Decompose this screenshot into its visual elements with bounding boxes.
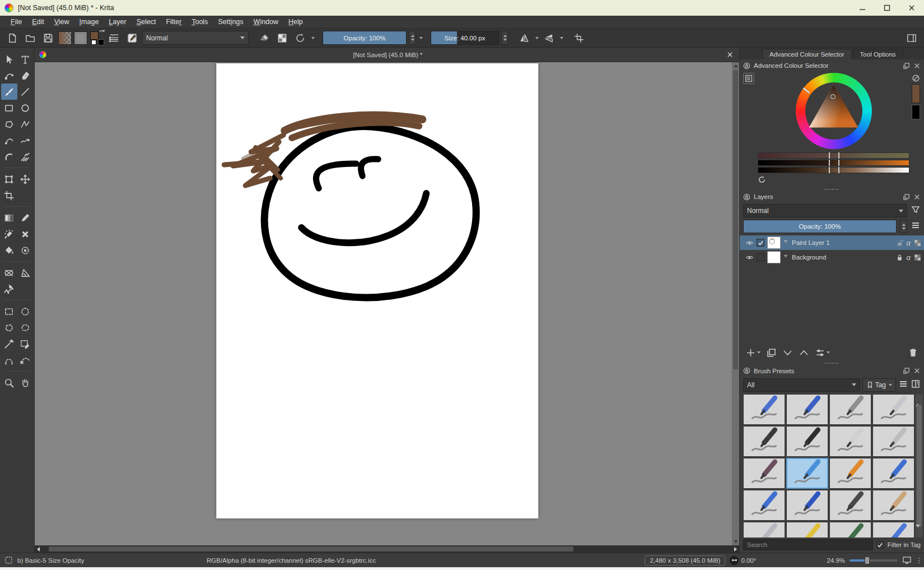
brush-preset-tile-selected[interactable]	[786, 458, 828, 489]
brush-preset-tile[interactable]	[743, 394, 785, 425]
tool-reference-images[interactable]	[1, 281, 17, 297]
preset-scrollbar[interactable]	[916, 394, 923, 537]
close-docker-icon[interactable]	[913, 367, 921, 374]
hue-strip[interactable]	[758, 152, 909, 159]
close-docker-icon[interactable]	[913, 62, 921, 69]
close-docker-icon[interactable]	[913, 193, 921, 201]
menu-select[interactable]: Select	[132, 16, 161, 27]
tool-smart-patch[interactable]	[17, 226, 34, 242]
alpha-locked-icon[interactable]: α	[907, 253, 911, 262]
colorspace-info[interactable]: RGB/Alpha (8-bit integer/channel) sRGB-e…	[207, 557, 376, 564]
tool-freehand-brush[interactable]	[1, 84, 17, 100]
dock-tab-tool-options[interactable]: Tool Options	[853, 49, 903, 59]
preserve-alpha-button[interactable]	[274, 30, 290, 46]
no-color-icon[interactable]	[912, 74, 920, 82]
menu-help[interactable]: Help	[283, 16, 308, 27]
move-layer-down-button[interactable]	[782, 347, 793, 358]
menu-layer[interactable]: Layer	[104, 16, 131, 27]
tool-fill[interactable]	[1, 242, 17, 258]
size-spinner[interactable]	[501, 31, 508, 45]
scroll-down-icon[interactable]	[732, 538, 739, 545]
tool-zoom[interactable]	[1, 374, 17, 391]
menu-window[interactable]: Window	[249, 16, 283, 27]
layer-row[interactable]: Paint Layer 1α	[740, 235, 924, 250]
fit-to-screen-icon[interactable]	[902, 556, 912, 564]
close-button[interactable]	[899, 0, 924, 16]
duplicate-layer-button[interactable]	[766, 347, 777, 358]
brush-preset-tile[interactable]	[829, 522, 871, 537]
brush-preset-tile[interactable]	[786, 522, 828, 537]
menu-filter[interactable]: Filter	[161, 16, 186, 27]
docker-lock-icon[interactable]	[743, 62, 750, 69]
alpha-locked-icon[interactable]: α	[907, 239, 911, 247]
reload-preset-button[interactable]	[292, 30, 308, 46]
tag-button[interactable]: Tag	[862, 378, 896, 392]
brush-preset-tile[interactable]	[872, 490, 914, 521]
tool-freehand-select[interactable]	[17, 319, 34, 336]
tool-magnetic-select[interactable]	[1, 352, 17, 368]
tool-ellipse-select[interactable]	[17, 303, 34, 319]
selection-display-icon[interactable]	[4, 556, 13, 564]
brush-preset-tile[interactable]	[786, 490, 828, 521]
maximize-button[interactable]	[875, 0, 899, 16]
brush-preset-tile[interactable]	[743, 522, 785, 537]
menu-file[interactable]: File	[6, 16, 27, 27]
brush-preset-tile[interactable]	[872, 426, 914, 457]
menu-edit[interactable]: Edit	[27, 16, 49, 27]
menu-view[interactable]: View	[49, 16, 74, 27]
tool-pan[interactable]	[17, 374, 34, 391]
foreground-background-colors[interactable]	[90, 31, 104, 45]
tool-edit-shapes[interactable]	[1, 67, 17, 84]
float-docker-icon[interactable]	[903, 62, 910, 69]
add-layer-button[interactable]	[745, 347, 760, 358]
current-foreground-swatch[interactable]	[912, 84, 920, 103]
tool-rect-select[interactable]	[1, 303, 17, 319]
foreground-color-swatch[interactable]	[90, 31, 99, 40]
resize-grip[interactable]	[918, 558, 920, 563]
vertical-scroll-thumb[interactable]	[733, 70, 738, 369]
layer-opacity-spinner[interactable]	[900, 220, 907, 233]
alpha-inherit-icon[interactable]	[913, 253, 922, 262]
menu-tools[interactable]: Tools	[186, 16, 213, 27]
eraser-mode-button[interactable]	[256, 30, 272, 46]
tool-coloring-brush[interactable]	[1, 226, 17, 242]
scroll-right-icon[interactable]	[732, 547, 739, 552]
horizontal-scroll-thumb[interactable]	[49, 546, 573, 552]
preset-search-input[interactable]	[743, 539, 873, 550]
open-document-button[interactable]	[22, 30, 38, 46]
zoom-slider-handle[interactable]	[865, 557, 870, 564]
chevron-down-icon[interactable]	[535, 37, 539, 39]
choose-workspace-button[interactable]	[904, 30, 920, 46]
layer-options-button[interactable]	[815, 347, 830, 358]
tool-bezier-select[interactable]	[17, 352, 34, 368]
minimize-button[interactable]	[850, 0, 875, 16]
tool-polygon-select[interactable]	[1, 319, 17, 336]
canvas-horizontal-scrollbar[interactable]	[35, 545, 739, 553]
background-color-swatch[interactable]	[91, 40, 96, 45]
menu-settings[interactable]: Settings	[213, 16, 248, 27]
brush-preset-tile[interactable]	[743, 458, 785, 489]
dock-tab-advanced-colour-selector[interactable]: Advanced Colour Selector	[762, 49, 852, 59]
tool-measure[interactable]	[17, 265, 34, 281]
tool-dynamic-brush[interactable]	[1, 149, 17, 165]
brush-preset-tile[interactable]	[829, 458, 871, 489]
tool-color-sampler[interactable]	[17, 210, 34, 226]
save-button[interactable]	[40, 30, 56, 46]
brush-preset-tile[interactable]	[872, 394, 914, 425]
tool-select-by-color[interactable]	[17, 336, 34, 352]
new-document-button[interactable]	[4, 30, 20, 46]
layer-thumbnail[interactable]	[767, 251, 781, 263]
tool-select-shapes[interactable]	[1, 51, 17, 67]
brush-preset-tile[interactable]	[829, 394, 871, 425]
close-document-icon[interactable]	[725, 50, 735, 60]
layer-opacity-slider[interactable]: Opacity: 100%	[743, 220, 897, 233]
preset-list-view-button[interactable]	[898, 379, 908, 391]
filter-in-tag-checkbox[interactable]	[876, 541, 884, 549]
tool-enclose-fill[interactable]	[17, 242, 34, 258]
tool-bezier-curve[interactable]	[1, 132, 17, 149]
tool-text[interactable]	[17, 51, 34, 67]
scroll-up-icon[interactable]	[916, 394, 923, 404]
tool-multibrush[interactable]	[17, 149, 34, 165]
layer-properties-button[interactable]	[911, 220, 921, 233]
tool-similar-select[interactable]	[1, 336, 17, 352]
